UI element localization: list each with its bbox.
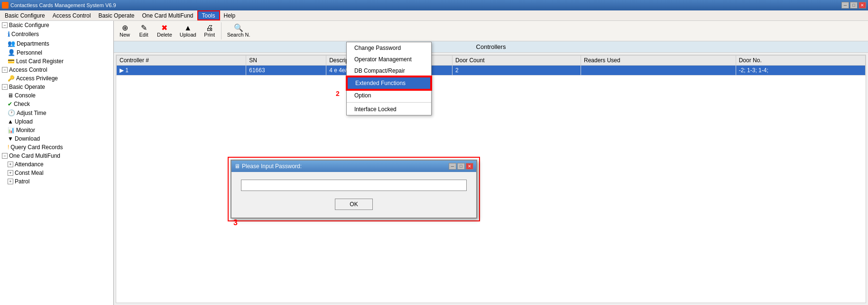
- controllers-icon: ℹ: [8, 30, 10, 38]
- sidebar-label-one-card: One Card MultiFund: [9, 152, 60, 159]
- expander-one-card[interactable]: −: [2, 153, 8, 159]
- expander-patrol[interactable]: +: [8, 179, 13, 184]
- search-button[interactable]: 🔍 Search N.: [224, 23, 253, 38]
- personnel-icon: 👤: [8, 49, 15, 56]
- menu-one-card[interactable]: One Card MultiFund: [138, 10, 197, 20]
- menu-extended-functions[interactable]: Extended Functions: [347, 76, 431, 90]
- sidebar-item-query-card[interactable]: ! Query Card Records: [0, 143, 113, 152]
- dialog-title-left: 🖥 Please Input Password:: [234, 163, 302, 170]
- sidebar-label-query-card: Query Card Records: [10, 144, 63, 151]
- sidebar-label-const-meal: Const Meal: [15, 170, 44, 176]
- cell-readers: [581, 66, 736, 76]
- monitor-icon: 📊: [8, 127, 15, 133]
- menu-db-compact[interactable]: DB Compact/Repair: [347, 65, 431, 76]
- title-bar: Contactless Cards Management System V6.9…: [0, 0, 868, 10]
- sidebar-label-access-privilege: Access Privilege: [16, 75, 58, 82]
- upload-label: Upload: [180, 32, 196, 38]
- sidebar-item-download[interactable]: ▼ Download: [0, 134, 113, 143]
- expander-basic-configure[interactable]: −: [2, 22, 8, 28]
- ok-button[interactable]: OK: [335, 199, 373, 210]
- restore-button[interactable]: □: [850, 2, 858, 9]
- sidebar: − Basic Configure ℹ Controllers 👥 Depart…: [0, 21, 114, 305]
- sidebar-item-access-privilege[interactable]: 🔑 Access Privilege: [0, 74, 113, 83]
- menu-interface-locked[interactable]: Interface Locked: [347, 104, 431, 115]
- col-header-door: Door Count: [452, 56, 581, 66]
- sidebar-label-download: Download: [15, 135, 40, 142]
- sidebar-label-upload: Upload: [15, 118, 33, 125]
- dialog-wrapper: 🖥 Please Input Password: ─ □ ✕ OK: [228, 157, 480, 221]
- print-button[interactable]: 🖨 Print: [201, 23, 218, 38]
- sidebar-label-patrol: Patrol: [15, 178, 29, 185]
- edit-button[interactable]: ✎ Edit: [135, 23, 152, 38]
- menu-access-control[interactable]: Access Control: [49, 10, 95, 20]
- delete-icon: ✖: [161, 24, 167, 32]
- menu-tools[interactable]: Tools: [197, 10, 220, 20]
- menu-basic-operate[interactable]: Basic Operate: [94, 10, 138, 20]
- delete-button[interactable]: ✖ Delete: [154, 23, 175, 38]
- sidebar-label-attendance: Attendance: [15, 161, 44, 168]
- dialog-minimize-button[interactable]: ─: [449, 163, 456, 170]
- col-header-num: Controller #: [117, 56, 246, 66]
- menu-operator-mgmt[interactable]: Operator Management: [347, 54, 431, 65]
- adjust-time-icon: 🕐: [8, 109, 15, 116]
- sidebar-item-departments[interactable]: 👥 Departments: [0, 39, 113, 48]
- sidebar-label-departments: Departments: [17, 40, 49, 47]
- dialog-title-bar: 🖥 Please Input Password: ─ □ ✕: [231, 161, 476, 172]
- sidebar-item-personnel[interactable]: 👤 Personnel: [0, 48, 113, 57]
- sidebar-item-one-card[interactable]: − One Card MultiFund: [0, 152, 113, 160]
- table-row[interactable]: ▶ 1 61663 4 e 4e/s 2 -2; 1-3; 1-4;: [117, 66, 866, 76]
- sidebar-item-upload[interactable]: ▲ Upload: [0, 117, 113, 126]
- sidebar-item-attendance[interactable]: + Attendance: [0, 160, 113, 169]
- new-button[interactable]: ⊕ New: [116, 23, 133, 38]
- menu-basic-configure[interactable]: Basic Configure: [1, 10, 49, 20]
- toolbar-separator: [221, 22, 222, 39]
- expander-access-control[interactable]: −: [2, 67, 8, 73]
- sidebar-item-basic-operate[interactable]: − Basic Operate: [0, 83, 113, 91]
- cell-indicator: ▶ 1: [117, 66, 246, 76]
- menu-option[interactable]: Option: [347, 90, 431, 101]
- new-label: New: [120, 32, 130, 38]
- password-input[interactable]: [241, 180, 467, 191]
- cell-door: 2: [452, 66, 581, 76]
- menu-change-password[interactable]: Change Password: [347, 42, 431, 54]
- sidebar-label-adjust-time: Adjust Time: [17, 110, 46, 116]
- close-button[interactable]: ✕: [859, 2, 866, 9]
- expander-basic-operate[interactable]: −: [2, 84, 8, 90]
- sidebar-item-console[interactable]: 🖥 Console: [0, 91, 113, 100]
- step2-label: 2: [336, 90, 340, 97]
- sidebar-item-controllers[interactable]: ℹ Controllers: [0, 29, 113, 39]
- expander-const-meal[interactable]: +: [8, 170, 13, 176]
- sidebar-item-patrol[interactable]: + Patrol: [0, 177, 113, 186]
- toolbar: ⊕ New ✎ Edit ✖ Delete ▲ Upload 🖨 Print 🔍: [114, 21, 868, 41]
- print-icon: 🖨: [206, 24, 213, 32]
- sidebar-item-adjust-time[interactable]: 🕐 Adjust Time: [0, 108, 113, 117]
- minimize-button[interactable]: ─: [841, 2, 849, 9]
- sidebar-item-monitor[interactable]: 📊 Monitor: [0, 126, 113, 134]
- sidebar-item-lost-card[interactable]: 💳 Lost Card Register: [0, 57, 113, 66]
- console-icon: 🖥: [8, 92, 13, 99]
- sidebar-label-personnel: Personnel: [17, 49, 42, 56]
- dialog-title-buttons: ─ □ ✕: [449, 163, 473, 170]
- edit-label: Edit: [139, 32, 148, 38]
- sidebar-item-const-meal[interactable]: + Const Meal: [0, 169, 113, 177]
- table-title: Controllers: [476, 43, 506, 50]
- sidebar-label-basic-configure: Basic Configure: [9, 22, 49, 29]
- menu-help[interactable]: Help: [220, 10, 240, 20]
- departments-icon: 👥: [8, 40, 15, 47]
- dialog-close-button[interactable]: ✕: [466, 163, 473, 170]
- expander-attendance[interactable]: +: [8, 162, 13, 167]
- cell-sn: 61663: [246, 66, 326, 76]
- lost-card-icon: 💳: [8, 58, 15, 65]
- sidebar-item-basic-configure[interactable]: − Basic Configure: [0, 21, 113, 29]
- sidebar-item-check[interactable]: ✔ Check: [0, 100, 113, 108]
- password-dialog: 🖥 Please Input Password: ─ □ ✕ OK: [231, 160, 477, 219]
- tools-dropdown: Change Password Operator Management DB C…: [346, 42, 432, 115]
- col-header-readers: Readers Used: [581, 56, 736, 66]
- dialog-restore-button[interactable]: □: [457, 163, 465, 170]
- controllers-table: Controller # SN Description Door Count R…: [116, 55, 866, 76]
- delete-label: Delete: [157, 32, 172, 38]
- app-icon: [2, 2, 9, 9]
- sidebar-label-controllers: Controllers: [11, 31, 39, 38]
- upload-button[interactable]: ▲ Upload: [177, 23, 199, 38]
- sidebar-item-access-control[interactable]: − Access Control: [0, 66, 113, 74]
